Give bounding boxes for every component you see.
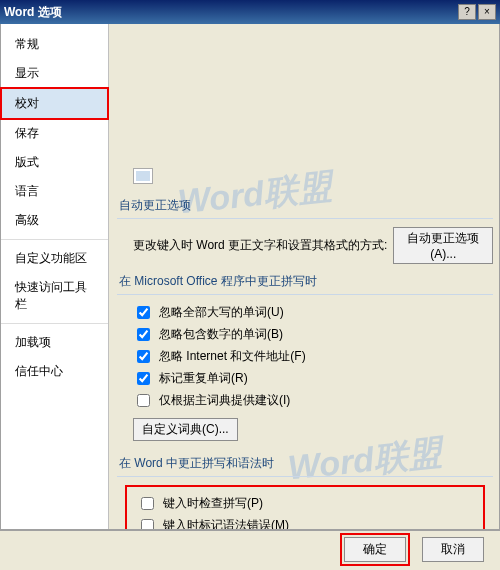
window-title: Word 选项 <box>4 4 62 21</box>
chk-ignore-uppercase[interactable] <box>137 306 150 319</box>
chk-main-dict-only[interactable] <box>137 394 150 407</box>
title-bar: Word 选项 ? × <box>0 0 500 24</box>
sidebar-item-save[interactable]: 保存 <box>1 119 108 148</box>
sidebar-item-trust-center[interactable]: 信任中心 <box>1 357 108 386</box>
chk-label: 键入时标记语法错误(M) <box>163 517 289 529</box>
ok-button[interactable]: 确定 <box>344 537 406 562</box>
group-word-spellgrammar-header: 在 Word 中更正拼写和语法时 <box>117 449 493 477</box>
sidebar-item-advanced[interactable]: 高级 <box>1 206 108 235</box>
cancel-button[interactable]: 取消 <box>422 537 484 562</box>
chk-ignore-urls[interactable] <box>137 350 150 363</box>
window-controls: ? × <box>458 4 496 20</box>
chk-check-spelling-typing[interactable] <box>141 497 154 510</box>
group-office-spellcheck-header: 在 Microsoft Office 程序中更正拼写时 <box>117 267 493 295</box>
sidebar-item-general[interactable]: 常规 <box>1 30 108 59</box>
chk-label: 标记重复单词(R) <box>159 370 248 387</box>
autocorrect-options-button[interactable]: 自动更正选项(A)... <box>393 227 493 264</box>
sidebar-item-qat[interactable]: 快速访问工具栏 <box>1 273 108 319</box>
group-autocorrect-header: 自动更正选项 <box>117 191 493 219</box>
sidebar-item-layout[interactable]: 版式 <box>1 148 108 177</box>
highlight-box-spellgrammar: 键入时检查拼写(P) 键入时标记语法错误(M) <box>125 485 485 529</box>
autocorrect-desc: 更改键入时 Word 更正文字和设置其格式的方式: <box>133 237 387 254</box>
custom-dictionaries-button[interactable]: 自定义词典(C)... <box>133 418 238 441</box>
close-button[interactable]: × <box>478 4 496 20</box>
dialog-body: 常规 显示 校对 保存 版式 语言 高级 自定义功能区 快速访问工具栏 加载项 … <box>0 24 500 530</box>
chk-label: 键入时检查拼写(P) <box>163 495 263 512</box>
dialog-footer: 确定 取消 <box>0 530 500 568</box>
sidebar-item-addins[interactable]: 加载项 <box>1 328 108 357</box>
chk-label: 忽略 Internet 和文件地址(F) <box>159 348 306 365</box>
sidebar-item-customize-ribbon[interactable]: 自定义功能区 <box>1 244 108 273</box>
highlight-box-ok: 确定 <box>340 533 410 566</box>
chk-label: 仅根据主词典提供建议(I) <box>159 392 290 409</box>
sidebar-separator <box>1 323 108 324</box>
sidebar-separator <box>1 239 108 240</box>
sidebar-item-display[interactable]: 显示 <box>1 59 108 88</box>
sidebar-item-proofing[interactable]: 校对 <box>1 88 108 119</box>
chk-flag-repeated[interactable] <box>137 372 150 385</box>
proofing-icon <box>133 168 153 184</box>
chk-ignore-numbers[interactable] <box>137 328 150 341</box>
chk-label: 忽略全部大写的单词(U) <box>159 304 284 321</box>
category-sidebar: 常规 显示 校对 保存 版式 语言 高级 自定义功能区 快速访问工具栏 加载项 … <box>1 24 109 529</box>
help-button[interactable]: ? <box>458 4 476 20</box>
chk-label: 忽略包含数字的单词(B) <box>159 326 283 343</box>
chk-mark-grammar-typing[interactable] <box>141 519 154 529</box>
content-panel: Word联盟 Word联盟 联 自动更正选项 更改键入时 Word 更正文字和设… <box>109 24 499 529</box>
sidebar-item-language[interactable]: 语言 <box>1 177 108 206</box>
